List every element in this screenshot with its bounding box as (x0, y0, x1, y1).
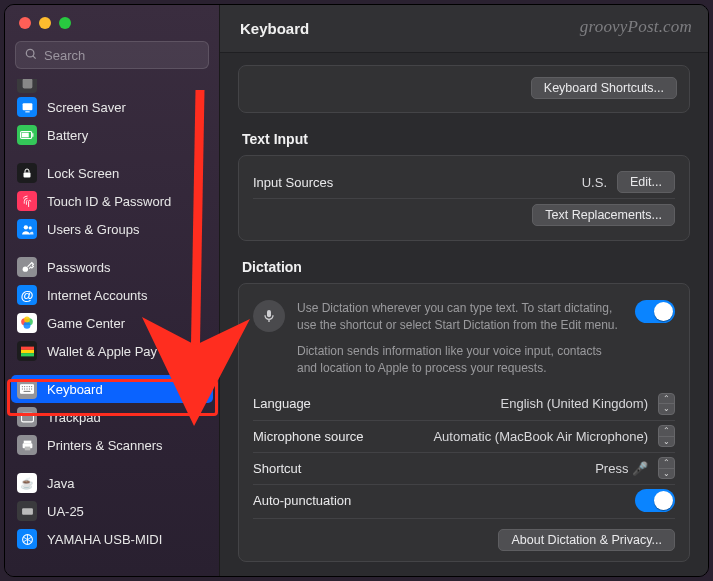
svg-rect-21 (24, 386, 25, 387)
dictation-shortcut-row: Shortcut Press 🎤 ⌃⌄ (253, 452, 675, 484)
ua25-icon (17, 501, 37, 521)
sidebar-item-label: Internet Accounts (47, 288, 147, 303)
sidebar-item-wallet-apple-pay[interactable]: Wallet & Apple Pay (11, 337, 213, 365)
window-controls (5, 5, 219, 37)
text-replacements-row: Text Replacements... (253, 198, 675, 230)
java-icon: ☕ (17, 473, 37, 493)
dictation-mic-value: Automatic (MacBook Air Microphone) (433, 429, 648, 444)
sidebar: Screen SaverBatteryLock ScreenTouch ID &… (5, 5, 220, 576)
text-replacements-button[interactable]: Text Replacements... (532, 204, 675, 226)
svg-rect-29 (31, 388, 32, 389)
at-icon: @ (17, 285, 37, 305)
sidebar-item-internet-accounts[interactable]: @Internet Accounts (11, 281, 213, 309)
dictation-shortcut-stepper[interactable]: ⌃⌄ (658, 457, 675, 479)
search-field[interactable] (15, 41, 209, 69)
wallet-icon (17, 341, 37, 361)
screensaver-icon (17, 97, 37, 117)
svg-rect-6 (32, 133, 33, 137)
sidebar-item-label: Passwords (47, 260, 111, 275)
svg-rect-31 (21, 413, 33, 422)
keyboard-shortcuts-button[interactable]: Keyboard Shortcuts... (531, 77, 677, 99)
dictation-language-stepper[interactable]: ⌃⌄ (658, 393, 675, 415)
users-icon (17, 219, 37, 239)
minimize-window-button[interactable] (39, 17, 51, 29)
search-input[interactable] (44, 48, 212, 63)
fingerprint-icon (17, 191, 37, 211)
zoom-window-button[interactable] (59, 17, 71, 29)
keyboard-icon (17, 379, 37, 399)
svg-rect-18 (21, 353, 34, 356)
sidebar-item-printers-scanners[interactable]: Printers & Scanners (11, 431, 213, 459)
keyboard-shortcuts-label: Keyboard Shortcuts... (544, 81, 664, 95)
sidebar-item-label: Battery (47, 128, 88, 143)
svg-rect-4 (25, 111, 29, 112)
svg-rect-25 (22, 388, 23, 389)
text-input-heading: Text Input (242, 131, 686, 147)
sidebar-item-keyboard[interactable]: Keyboard (11, 375, 213, 403)
about-dictation-button[interactable]: About Dictation & Privacy... (498, 529, 675, 551)
sidebar-list: Screen SaverBatteryLock ScreenTouch ID &… (5, 79, 219, 576)
dictation-mic-row: Microphone source Automatic (MacBook Air… (253, 420, 675, 452)
svg-point-11 (22, 266, 27, 271)
sidebar-item-game-center[interactable]: Game Center (11, 309, 213, 337)
svg-rect-30 (24, 391, 31, 392)
sidebar-item-label: Printers & Scanners (47, 438, 163, 453)
dictation-autopunct-toggle[interactable] (635, 489, 675, 512)
printer-icon (17, 435, 37, 455)
search-icon (24, 47, 38, 64)
dictation-desc-2: Dictation sends information like your vo… (297, 343, 623, 378)
sidebar-item-item-0[interactable] (11, 79, 213, 93)
svg-rect-7 (22, 133, 29, 138)
sidebar-item-java[interactable]: ☕Java (11, 469, 213, 497)
dictation-language-row: Language English (United Kingdom) ⌃⌄ (253, 388, 675, 420)
about-dictation-label: About Dictation & Privacy... (511, 533, 662, 547)
dictation-mic-stepper[interactable]: ⌃⌄ (658, 425, 675, 447)
content-scroll: Keyboard Shortcuts... Text Input Input S… (220, 53, 708, 576)
sidebar-item-users-groups[interactable]: Users & Groups (11, 215, 213, 243)
sidebar-item-lock-screen[interactable]: Lock Screen (11, 159, 213, 187)
lock-icon (17, 163, 37, 183)
svg-rect-28 (29, 388, 30, 389)
sidebar-item-label: YAMAHA USB-MIDI (47, 532, 162, 547)
svg-rect-22 (26, 386, 27, 387)
svg-rect-8 (24, 173, 31, 178)
text-replacements-label: Text Replacements... (545, 208, 662, 222)
dictation-toggle[interactable] (635, 300, 675, 323)
trackpad-icon (17, 407, 37, 427)
sidebar-item-battery[interactable]: Battery (11, 121, 213, 149)
dictation-description-row: Use Dictation wherever you can type text… (253, 294, 675, 388)
sidebar-item-yamaha-usb-midi[interactable]: YAMAHA USB-MIDI (11, 525, 213, 553)
dictation-heading: Dictation (242, 259, 686, 275)
dictation-autopunct-label: Auto-punctuation (253, 493, 625, 508)
edit-label: Edit... (630, 175, 662, 189)
battery-icon (17, 125, 37, 145)
close-window-button[interactable] (19, 17, 31, 29)
sidebar-item-label: Trackpad (47, 410, 101, 425)
svg-line-1 (33, 55, 36, 58)
sidebar-item-passwords[interactable]: Passwords (11, 253, 213, 281)
placeholder-icon (17, 79, 37, 93)
input-sources-row: Input Sources U.S. Edit... (253, 166, 675, 198)
main-pane: Keyboard groovyPost.com Keyboard Shortcu… (220, 5, 708, 576)
sidebar-item-touch-id-password[interactable]: Touch ID & Password (11, 187, 213, 215)
dictation-language-value: English (United Kingdom) (501, 396, 648, 411)
page-title: Keyboard (240, 20, 309, 37)
keyboard-panel-top: Keyboard Shortcuts... (238, 65, 690, 113)
text-input-panel: Input Sources U.S. Edit... Text Replacem… (238, 155, 690, 241)
sidebar-item-trackpad[interactable]: Trackpad (11, 403, 213, 431)
svg-point-15 (24, 317, 30, 323)
watermark-text: groovyPost.com (580, 17, 692, 37)
dictation-desc-1: Use Dictation wherever you can type text… (297, 300, 623, 335)
microphone-icon (253, 300, 285, 332)
svg-rect-20 (22, 386, 23, 387)
input-sources-edit-button[interactable]: Edit... (617, 171, 675, 193)
sidebar-item-ua-25[interactable]: UA-25 (11, 497, 213, 525)
input-sources-label: Input Sources (253, 175, 572, 190)
svg-rect-17 (21, 349, 34, 352)
sidebar-item-label: Game Center (47, 316, 125, 331)
dictation-mic-label: Microphone source (253, 429, 423, 444)
sidebar-item-label: Screen Saver (47, 100, 126, 115)
sidebar-item-screen-saver[interactable]: Screen Saver (11, 93, 213, 121)
svg-rect-26 (24, 388, 25, 389)
dictation-autopunct-row: Auto-punctuation (253, 484, 675, 516)
